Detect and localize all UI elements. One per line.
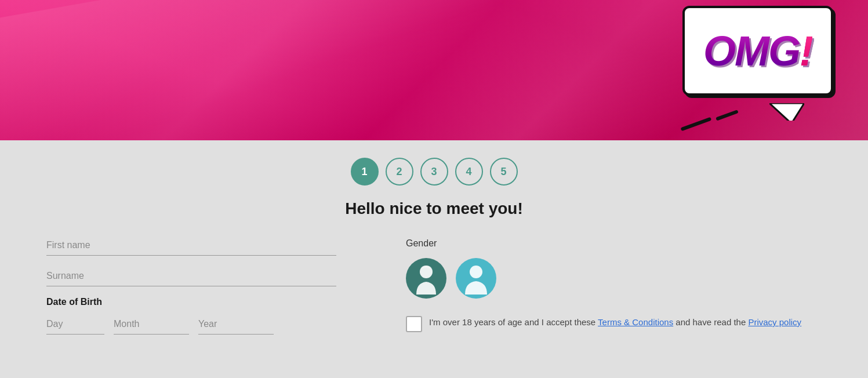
dob-label: Date of Birth [46,297,336,307]
gender-label: Gender [406,238,822,249]
step-3[interactable]: 3 [420,158,448,186]
privacy-policy-link[interactable]: Privacy policy [748,317,801,327]
form-area: 1 2 3 4 5 Hello nice to meet you! Date o… [0,140,868,378]
dob-fields [46,314,336,335]
form-title: Hello nice to meet you! [46,199,822,218]
terms-prefix: I'm over 18 years of age and I accept th… [429,317,598,327]
gender-male-button[interactable] [456,258,496,299]
form-left: Date of Birth [46,235,336,345]
surname-input[interactable] [46,266,336,286]
svg-point-2 [470,266,482,278]
dob-day-field [46,314,104,335]
terms-text: I'm over 18 years of age and I accept th… [429,316,801,329]
header-banner: OMG! [0,0,868,140]
step-5[interactable]: 5 [490,158,518,186]
terms-conditions-link[interactable]: Terms & Conditions [598,317,673,327]
first-name-group [46,235,336,256]
omg-logo: OMG! [682,6,845,133]
terms-middle: and have read the [673,317,748,327]
gender-options [406,258,822,299]
dob-month-input[interactable] [114,314,189,335]
form-right: Gender [406,235,822,345]
surname-group [46,266,336,286]
step-4[interactable]: 4 [455,158,483,186]
terms-row: I'm over 18 years of age and I accept th… [406,316,822,332]
first-name-input[interactable] [46,235,336,256]
dob-month-field [114,314,189,335]
dob-day-input[interactable] [46,314,104,335]
omg-logo-text: OMG! [703,30,812,72]
steps-indicator: 1 2 3 4 5 [46,158,822,186]
dob-group: Date of Birth [46,297,336,335]
svg-marker-0 [769,103,804,121]
dob-year-field [198,314,274,335]
terms-checkbox[interactable] [406,316,422,332]
dob-year-input[interactable] [198,314,274,335]
step-1[interactable]: 1 [351,158,379,186]
gender-female-button[interactable] [406,258,446,299]
form-columns: Date of Birth Gender [46,235,822,345]
step-2[interactable]: 2 [386,158,413,186]
